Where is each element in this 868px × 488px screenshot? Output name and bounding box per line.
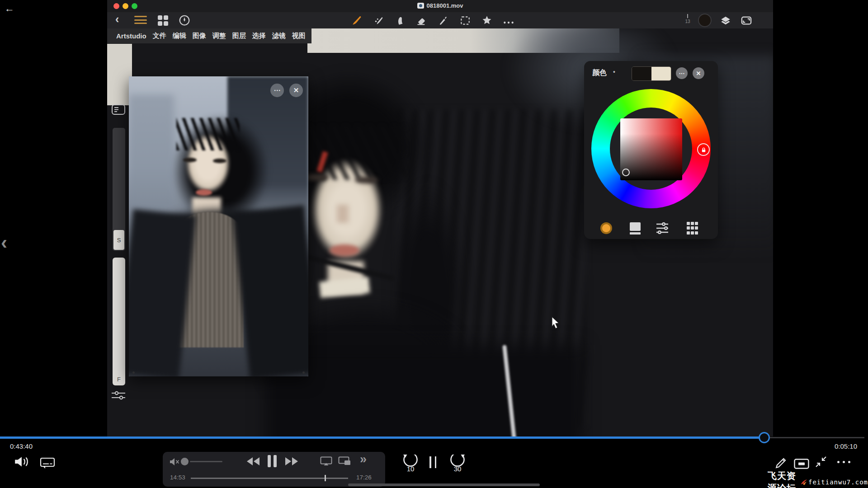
menu-item-adjust[interactable]: 调整 <box>212 32 226 40</box>
pause-icon[interactable] <box>268 455 277 467</box>
selection-marquee-tool-icon[interactable] <box>459 14 471 26</box>
window-titlebar: 0818001.mov <box>107 0 773 13</box>
bottom-scroll-indicator[interactable] <box>348 483 540 486</box>
wet-brush-tool-icon[interactable] <box>373 14 385 26</box>
subtitles-icon[interactable] <box>40 457 55 469</box>
hamburger-menu-icon[interactable] <box>134 16 147 26</box>
brush-size-tick[interactable] <box>687 14 688 18</box>
more-options-icon[interactable] <box>837 461 850 463</box>
color-panel-more-button[interactable]: ⋯ <box>676 67 688 79</box>
color-swatch-pair[interactable] <box>632 66 671 81</box>
touchbar-keyboard-icon[interactable] <box>794 459 809 469</box>
brush-size-slider[interactable]: S <box>113 128 125 251</box>
app-menubar: Artstudio 文件 编辑 图像 调整 图层 选择 滤镜 视图 <box>107 28 311 43</box>
fullscreen-icon[interactable] <box>740 14 753 27</box>
video-file-icon <box>417 3 424 9</box>
box-mode-tab[interactable] <box>629 221 641 235</box>
watermark-site-url: feitianwu7.com <box>808 479 868 486</box>
brush-size-slider-handle[interactable]: S <box>113 230 124 250</box>
menu-item-artstudio[interactable]: Artstudio <box>116 32 146 40</box>
fast-forward-icon[interactable] <box>285 456 298 467</box>
brush-size-value: 13 <box>682 19 693 24</box>
reference-left-eye <box>183 158 197 162</box>
app-back-chevron-icon[interactable]: ‹ <box>115 13 119 26</box>
menu-item-file[interactable]: 文件 <box>153 32 166 40</box>
menu-item-image[interactable]: 图像 <box>193 32 206 40</box>
paint-brush-tool-icon[interactable] <box>351 14 363 26</box>
primary-color-swatch[interactable] <box>632 67 651 80</box>
volume-icon[interactable] <box>14 455 31 469</box>
previous-chevron-icon[interactable]: ‹ <box>1 233 7 252</box>
mouse-cursor <box>551 316 561 330</box>
panel-toggle-icon[interactable] <box>111 104 126 116</box>
reference-right-eye <box>213 159 226 163</box>
recorded-duration: 17:26 <box>356 474 372 481</box>
menu-item-select[interactable]: 选择 <box>252 32 266 40</box>
watermark: 飞天资源论坛 feitianwu7.com <box>768 470 868 488</box>
video-window: 0818001.mov ‹ 13 <box>107 0 773 436</box>
gallery-grid-icon[interactable] <box>158 15 168 26</box>
menu-item-layer[interactable]: 图层 <box>232 32 246 40</box>
timeline-progress[interactable] <box>0 436 764 439</box>
color-panel: 颜色 • ⋯ ✕ <box>584 61 718 239</box>
layers-icon[interactable] <box>719 15 732 27</box>
brush-flow-slider-label: F <box>113 376 125 383</box>
reference-resize-handle-left[interactable] <box>132 371 135 374</box>
recorded-current-time: 14:53 <box>170 474 185 481</box>
reference-photo-window[interactable]: ⋯ ✕ <box>129 76 308 376</box>
artstudio-toolbar: ‹ 13 <box>107 12 773 28</box>
color-panel-close-button[interactable]: ✕ <box>693 67 704 79</box>
rewind-icon[interactable] <box>246 456 260 467</box>
painting-left-eye <box>305 174 329 181</box>
color-panel-title: 颜色 <box>592 68 607 78</box>
volume-slider-track[interactable] <box>190 461 222 462</box>
exit-fullscreen-icon[interactable] <box>815 455 827 468</box>
reference-resize-handle-right[interactable] <box>302 371 305 374</box>
timeline-remaining[interactable] <box>764 437 864 438</box>
remaining-time: 0:05:10 <box>835 442 857 450</box>
reference-bangs <box>176 118 240 150</box>
annotate-pencil-icon[interactable] <box>775 455 788 469</box>
recorded-progress-marker[interactable] <box>325 475 326 481</box>
painting-lips <box>330 244 359 256</box>
secondary-color-swatch[interactable] <box>651 67 671 80</box>
muted-speaker-icon[interactable] <box>169 457 181 467</box>
eraser-tool-icon[interactable] <box>416 14 428 26</box>
reference-close-button[interactable]: ✕ <box>289 84 303 97</box>
volume-slider-knob[interactable] <box>181 458 189 465</box>
smudge-tool-icon[interactable] <box>395 14 406 26</box>
picture-in-picture-icon[interactable] <box>338 456 351 466</box>
menu-item-filter[interactable]: 滤镜 <box>272 32 286 40</box>
elapsed-time: 0:43:40 <box>10 442 33 450</box>
airplay-display-icon[interactable] <box>320 456 332 466</box>
painting-body-lower <box>265 345 582 436</box>
quick-tool-icon[interactable] <box>179 14 190 26</box>
eyedropper-tool-icon[interactable] <box>438 14 449 26</box>
watermark-site-name: 飞天资源论坛 <box>768 470 800 488</box>
saturation-value-cursor[interactable] <box>622 169 630 176</box>
brush-flow-slider[interactable]: F <box>113 258 125 385</box>
hue-lock-cursor[interactable] <box>697 143 710 156</box>
recorded-player-controls: » 14:53 17:26 <box>163 452 385 487</box>
back-arrow-icon[interactable]: ← <box>5 3 14 14</box>
pause-button[interactable] <box>429 456 436 468</box>
wheel-mode-tab[interactable] <box>600 221 612 235</box>
lock-icon <box>701 147 707 153</box>
sliders-mode-tab[interactable] <box>656 221 668 235</box>
watermark-flame-logo <box>800 476 808 488</box>
timeline-scrubber-knob[interactable] <box>759 432 770 443</box>
more-controls-chevrons[interactable]: » <box>360 452 367 466</box>
toolbar-more-icon[interactable] <box>503 17 514 28</box>
favorites-star-icon[interactable] <box>481 14 493 26</box>
painting-nose-shadow <box>337 205 349 223</box>
painting-right-eye <box>355 177 378 183</box>
skip-forward-30-button[interactable]: 30 <box>448 455 467 474</box>
reference-more-button[interactable]: ⋯ <box>270 84 284 97</box>
canvas-paper-left <box>107 44 132 105</box>
menu-item-view[interactable]: 视图 <box>292 32 306 40</box>
current-color-swatch[interactable] <box>698 14 712 27</box>
menu-item-edit[interactable]: 编辑 <box>173 32 186 40</box>
slider-settings-icon[interactable] <box>110 389 127 401</box>
palette-grid-tab[interactable] <box>686 221 698 235</box>
skip-back-10-button[interactable]: 10 <box>401 455 420 474</box>
